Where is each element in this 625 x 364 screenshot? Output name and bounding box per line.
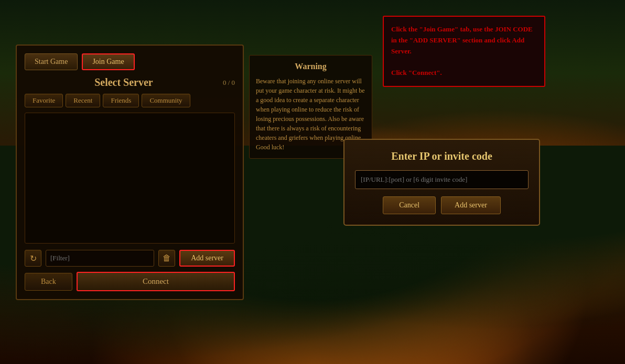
instruction-box: Click the "Join Game" tab, use the JOIN …	[383, 16, 545, 87]
main-panel: Start Game Join Game Select Server 0 / 0…	[16, 45, 244, 300]
recent-tab[interactable]: Recent	[66, 94, 100, 107]
start-game-tab[interactable]: Start Game	[25, 53, 78, 70]
ip-dialog-title: Enter IP or invite code	[355, 150, 529, 162]
filter-tabs: Favorite Recent Friends Community	[25, 94, 235, 107]
filter-input[interactable]	[46, 250, 154, 267]
add-server-dialog-button[interactable]: Add server	[441, 196, 501, 214]
tab-row: Start Game Join Game	[25, 53, 235, 70]
ip-input[interactable]	[355, 170, 529, 189]
dialog-buttons: Cancel Add server	[355, 196, 529, 214]
instruction-text: Click the "Join Game" tab, use the JOIN …	[391, 24, 537, 79]
server-list	[25, 113, 235, 244]
back-button[interactable]: Back	[25, 273, 72, 291]
delete-icon: 🗑	[163, 253, 171, 263]
cancel-button[interactable]: Cancel	[383, 196, 436, 214]
community-tab[interactable]: Community	[142, 94, 190, 107]
delete-button[interactable]: 🗑	[158, 250, 175, 267]
refresh-button[interactable]: ↻	[25, 250, 41, 267]
refresh-icon: ↻	[30, 253, 37, 263]
server-count: 0 / 0	[223, 79, 235, 87]
bottom-controls: ↻ 🗑 Add server	[25, 250, 235, 267]
add-server-button[interactable]: Add server	[179, 250, 235, 267]
connect-button[interactable]: Connect	[77, 272, 235, 291]
panel-title: Select Server	[25, 76, 223, 89]
ip-dialog: Enter IP or invite code Cancel Add serve…	[343, 139, 540, 226]
favorite-tab[interactable]: Favorite	[25, 94, 63, 107]
join-game-tab[interactable]: Join Game	[82, 53, 134, 70]
panel-title-row: Select Server 0 / 0	[25, 76, 235, 89]
action-row: Back Connect	[25, 272, 235, 291]
warning-title: Warning	[256, 62, 365, 71]
friends-tab[interactable]: Friends	[103, 94, 139, 107]
